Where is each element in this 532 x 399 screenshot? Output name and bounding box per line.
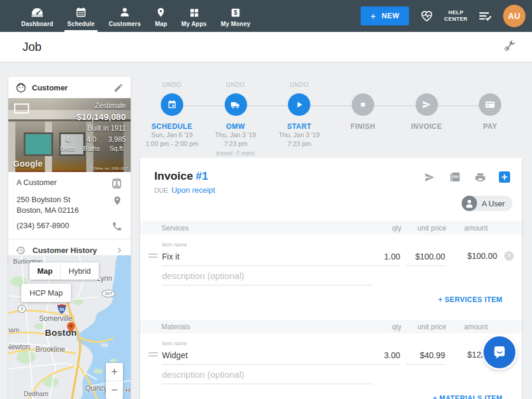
nav-label: Map xyxy=(155,21,167,27)
nav-item-dashboard[interactable]: Dashboard xyxy=(14,0,60,32)
stat-label: Sq.ft. xyxy=(108,145,126,152)
undo-omw-button[interactable]: UNDO xyxy=(204,82,268,90)
help-center-link[interactable]: HELP CENTER xyxy=(445,9,468,23)
user-avatar[interactable]: AU xyxy=(503,5,525,27)
service-qty-input[interactable] xyxy=(372,251,400,266)
schedule-icon xyxy=(75,5,87,18)
invoice-number[interactable]: #1 xyxy=(196,170,208,182)
service-unit-price-input[interactable] xyxy=(406,251,445,266)
address-line1: 250 Boylston St xyxy=(17,195,70,204)
column-qty: qty xyxy=(373,323,401,331)
invoice-step-button[interactable] xyxy=(416,93,438,116)
nav-item-map[interactable]: Map xyxy=(148,0,174,32)
add-services-item-link[interactable]: + SERVICES ITEM xyxy=(438,296,502,304)
step-label: INVOICE xyxy=(395,122,459,131)
map-type-map-button[interactable]: Map xyxy=(30,262,60,280)
omw-step-button[interactable] xyxy=(225,93,247,116)
material-description-input[interactable] xyxy=(162,368,373,384)
customer-face-icon xyxy=(15,82,27,93)
nav-item-schedule[interactable]: Schedule xyxy=(60,0,102,32)
undo-schedule-button[interactable]: UNDO xyxy=(140,82,204,90)
location-pin-icon[interactable] xyxy=(112,194,122,206)
nav-item-customers[interactable]: Customers xyxy=(102,0,148,32)
map-label-brookline: Brookline xyxy=(35,345,65,353)
chat-bubble-button[interactable] xyxy=(484,336,515,368)
drag-handle-icon[interactable] xyxy=(148,252,158,258)
hcp-map-button[interactable]: HCP Map xyxy=(21,284,71,302)
assignee-name: A User xyxy=(482,199,505,208)
zestimate-overlay: Zestimate $10,149,080 Built in 1911 4 Be… xyxy=(60,102,126,152)
step-label: FINISH xyxy=(331,122,395,131)
send-invoice-icon[interactable] xyxy=(423,171,436,183)
section-name: Services xyxy=(161,224,373,232)
calendar-icon xyxy=(167,99,177,110)
service-item-name-input[interactable] xyxy=(162,251,372,266)
service-amount: $100.00 xyxy=(452,251,497,266)
map-widget[interactable]: Burlington Lynn Somerville Boston ham Ne… xyxy=(8,255,131,399)
item-name-label: Item name xyxy=(162,242,372,248)
send-icon xyxy=(421,99,432,110)
drag-handle-icon[interactable] xyxy=(148,351,158,356)
pdf-icon[interactable]: PDF xyxy=(449,171,462,183)
new-button[interactable]: + NEW xyxy=(361,7,408,25)
print-icon[interactable] xyxy=(474,171,486,183)
map-zoom-control: + − xyxy=(106,363,123,399)
stat-label: Beds xyxy=(60,145,75,152)
property-photo[interactable]: Zestimate $10,149,080 Built in 1911 4 Be… xyxy=(8,98,131,172)
step-pay: PAY xyxy=(458,82,522,158)
edit-pencil-icon[interactable] xyxy=(113,83,124,93)
section-name: Materials xyxy=(161,323,373,331)
stat-value: 4 xyxy=(60,135,75,144)
stat-value: 3,985 xyxy=(108,135,126,144)
contact-card-icon[interactable] xyxy=(111,177,122,189)
column-unit-price: unit price xyxy=(407,224,446,232)
job-location-marker[interactable] xyxy=(66,322,76,336)
phone-icon[interactable] xyxy=(112,220,122,232)
nav-right: + NEW HELP CENTER AU xyxy=(361,5,532,27)
add-invoice-icon[interactable] xyxy=(499,171,510,183)
task-list-icon[interactable] xyxy=(478,9,493,22)
assignee-chip[interactable]: A User xyxy=(462,196,512,211)
health-pulse-icon[interactable] xyxy=(419,9,434,23)
map-pin-icon xyxy=(155,5,166,18)
zoom-in-button[interactable]: + xyxy=(106,363,123,381)
map-type-hybrid-button[interactable]: Hybrid xyxy=(60,262,99,280)
finish-step-button[interactable] xyxy=(352,93,374,116)
undo-spacer xyxy=(395,82,459,90)
history-icon xyxy=(15,245,25,255)
stat-baths: 4.0 Baths xyxy=(83,135,100,152)
undo-start-button[interactable]: UNDO xyxy=(267,82,331,90)
customer-address-row: 250 Boylston St Boston, MA 02116 xyxy=(8,189,131,215)
apps-grid-icon xyxy=(189,5,200,18)
material-qty-input[interactable] xyxy=(372,349,400,365)
column-amount: amount xyxy=(453,224,498,232)
zoom-out-button[interactable]: − xyxy=(106,381,123,399)
nav-item-my-apps[interactable]: My Apps xyxy=(174,0,214,32)
column-unit-price: unit price xyxy=(407,323,446,331)
add-materials-item-link[interactable]: + MATERIALS ITEM xyxy=(433,394,502,399)
svg-text:$: $ xyxy=(233,9,237,16)
material-item-name-input[interactable] xyxy=(162,349,372,365)
zestimate-label: Zestimate xyxy=(60,102,126,110)
remove-item-icon[interactable]: × xyxy=(504,251,514,261)
nav-item-my-money[interactable]: $ My Money xyxy=(213,0,257,32)
google-watermark: Google xyxy=(13,159,43,168)
job-tools-icon[interactable] xyxy=(502,38,517,55)
start-step-button[interactable] xyxy=(288,93,310,116)
new-button-label: NEW xyxy=(382,12,400,20)
customers-icon xyxy=(119,5,131,18)
customer-card: Customer Zestimate $10,149,080 Built in … xyxy=(8,77,131,261)
map-label-quincy: Quincy xyxy=(85,384,107,392)
due-value-link[interactable]: Upon receipt xyxy=(171,186,215,194)
schedule-step-button[interactable] xyxy=(161,93,183,116)
service-description-input[interactable] xyxy=(162,270,373,286)
stat-label: Baths xyxy=(83,145,100,152)
money-icon: $ xyxy=(230,5,241,18)
material-item-row: Item name $122.97 × xyxy=(140,333,522,365)
chat-icon xyxy=(491,344,508,361)
invoice-actions: PDF xyxy=(423,171,510,183)
pay-step-button[interactable] xyxy=(479,93,501,116)
interstate-93-shield: 93 xyxy=(57,304,67,317)
material-unit-price-input[interactable] xyxy=(406,349,445,365)
app-screen: Dashboard Schedule Customers Map xyxy=(0,0,532,399)
